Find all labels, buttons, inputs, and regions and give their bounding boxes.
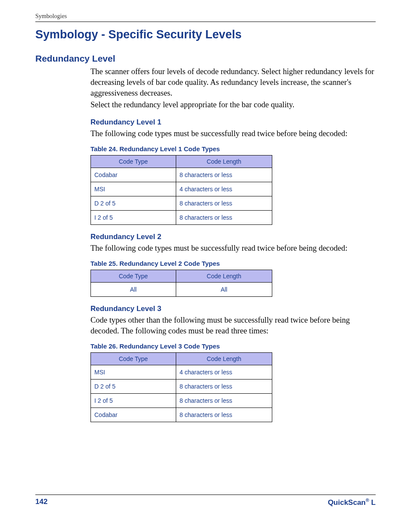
level2-caption: Table 25. Redundancy Level 2 Code Types xyxy=(90,260,376,267)
level2-para: The following code types must be success… xyxy=(90,243,376,254)
product-name: QuickScan® L xyxy=(328,498,376,507)
page-footer: 142 QuickScan® L xyxy=(35,495,376,507)
level1-col1: Code Type xyxy=(91,155,176,168)
level1-table: Code Type Code Length Codabar8 character… xyxy=(90,155,272,225)
level1-para: The following code types must be success… xyxy=(90,128,376,139)
table-row: I 2 of 58 characters or less xyxy=(91,393,272,408)
table-row: MSI4 characters or less xyxy=(91,182,272,196)
table-row: I 2 of 58 characters or less xyxy=(91,210,272,224)
table-row: MSI4 characters or less xyxy=(91,365,272,379)
intro-para-1: The scanner offers four levels of decode… xyxy=(90,66,376,99)
level3-para: Code types other than the following must… xyxy=(90,315,376,336)
section-heading: Redundancy Level xyxy=(35,53,376,64)
table-row: Codabar8 characters or less xyxy=(91,168,272,182)
level2-table: Code Type Code Length AllAll xyxy=(90,270,272,297)
table-row: Codabar8 characters or less xyxy=(91,408,272,422)
level3-col1: Code Type xyxy=(91,352,176,365)
level1-heading: Redundancy Level 1 xyxy=(90,118,376,127)
running-head: Symbologies xyxy=(35,13,376,20)
level1-caption: Table 24. Redundancy Level 1 Code Types xyxy=(90,145,376,152)
level2-col2: Code Length xyxy=(176,270,272,282)
footer-rule xyxy=(35,495,376,495)
level3-caption: Table 26. Redundancy Level 3 Code Types xyxy=(90,342,376,350)
page-title: Symbology - Specific Security Levels xyxy=(35,28,376,41)
top-rule xyxy=(35,22,376,22)
table-row: D 2 of 58 characters or less xyxy=(91,196,272,210)
level3-table: Code Type Code Length MSI4 characters or… xyxy=(90,352,272,422)
table-row: D 2 of 58 characters or less xyxy=(91,379,272,393)
table-row: AllAll xyxy=(91,282,272,296)
level3-col2: Code Length xyxy=(176,352,272,365)
intro-para-2: Select the redundancy level appropriate … xyxy=(90,100,376,110)
page-number: 142 xyxy=(35,498,47,507)
level1-col2: Code Length xyxy=(176,155,272,168)
level3-heading: Redundancy Level 3 xyxy=(90,305,376,313)
level2-col1: Code Type xyxy=(91,270,176,282)
level2-heading: Redundancy Level 2 xyxy=(90,233,376,241)
